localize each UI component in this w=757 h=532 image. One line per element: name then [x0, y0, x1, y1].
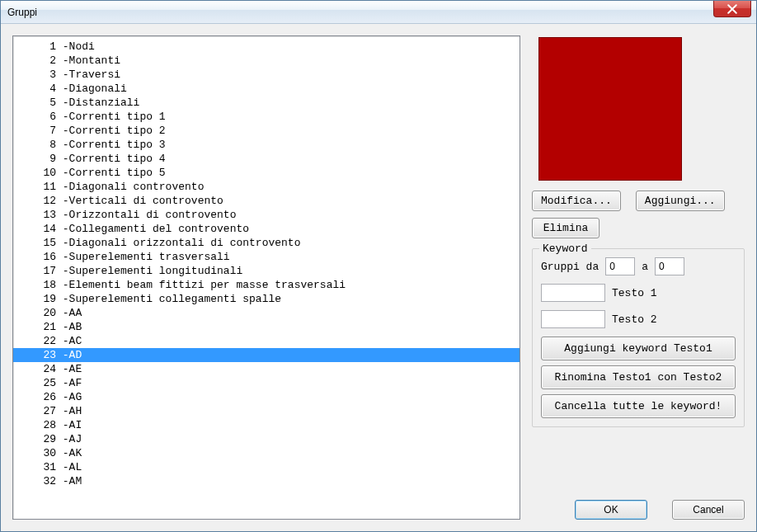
groups-list[interactable]: 1 -Nodi 2 -Montanti 3 -Traversi 4 -Diago…	[12, 35, 520, 520]
list-item-number: 23	[16, 348, 56, 362]
list-item-label: -AA	[56, 306, 82, 320]
list-item[interactable]: 4 -Diagonali	[13, 82, 520, 96]
groups-to-label: a	[642, 261, 648, 273]
list-item-number: 11	[16, 180, 56, 194]
list-item-number: 19	[16, 292, 56, 306]
list-item-label: -AB	[56, 320, 82, 334]
list-item[interactable]: 2 -Montanti	[13, 54, 520, 68]
list-item-label: -AI	[56, 418, 82, 432]
list-item[interactable]: 17 -Superelementi longitudinali	[13, 264, 520, 278]
list-item-label: -AM	[56, 474, 82, 488]
delete-button[interactable]: Elimina	[532, 218, 599, 238]
list-item[interactable]: 10 -Correnti tipo 5	[13, 166, 520, 180]
close-button[interactable]	[713, 1, 751, 17]
list-item-label: -AG	[56, 390, 82, 404]
list-item[interactable]: 30 -AK	[13, 446, 520, 460]
text1-input[interactable]	[541, 284, 605, 302]
list-item-number: 10	[16, 166, 56, 180]
list-item-number: 3	[16, 68, 56, 82]
groups-from-input[interactable]	[605, 257, 635, 275]
list-item[interactable]: 3 -Traversi	[13, 68, 520, 82]
add-keyword-button[interactable]: Aggiungi keyword Testo1	[541, 337, 736, 360]
list-item-label: -Diagonali	[56, 82, 127, 96]
list-item-label: -Correnti tipo 3	[56, 138, 166, 152]
right-panel: Modifica... Aggiungi... Elimina Keyword …	[532, 35, 745, 520]
list-item[interactable]: 1 -Nodi	[13, 40, 520, 54]
list-item[interactable]: 29 -AJ	[13, 432, 520, 446]
add-button[interactable]: Aggiungi...	[636, 191, 725, 211]
list-item-label: -Correnti tipo 5	[56, 166, 166, 180]
dialog-gruppi: Gruppi 1 -Nodi 2 -Montanti 3 -Traversi 4…	[0, 0, 757, 532]
list-item[interactable]: 14 -Collegamenti del controvento	[13, 222, 520, 236]
text2-label: Testo 2	[612, 313, 657, 326]
list-item-number: 7	[16, 124, 56, 138]
list-item-label: -AK	[56, 446, 82, 460]
list-item-number: 2	[16, 54, 56, 68]
list-item[interactable]: 26 -AG	[13, 390, 520, 404]
list-item-number: 31	[16, 460, 56, 474]
list-item-number: 6	[16, 110, 56, 124]
list-item-label: -Superelementi collegamenti spalle	[56, 292, 281, 306]
list-item-number: 27	[16, 404, 56, 418]
list-item-number: 20	[16, 306, 56, 320]
list-item-number: 28	[16, 418, 56, 432]
list-item-number: 30	[16, 446, 56, 460]
list-item-label: -Collegamenti del controvento	[56, 222, 249, 236]
list-item[interactable]: 16 -Superelementi trasversali	[13, 250, 520, 264]
list-item[interactable]: 12 -Verticali di controvento	[13, 194, 520, 208]
list-item-number: 12	[16, 194, 56, 208]
list-item-label: -Nodi	[56, 40, 95, 54]
list-item[interactable]: 24 -AE	[13, 362, 520, 376]
titlebar: Gruppi	[1, 1, 756, 24]
text2-input[interactable]	[541, 310, 605, 328]
list-item-label: -Superelementi trasversali	[56, 250, 230, 264]
list-item[interactable]: 9 -Correnti tipo 4	[13, 152, 520, 166]
list-item[interactable]: 13 -Orizzontali di controvento	[13, 208, 520, 222]
list-item-number: 17	[16, 264, 56, 278]
list-item-label: -AF	[56, 376, 82, 390]
list-item-label: -Diagonali orizzontali di controvento	[56, 236, 300, 250]
list-item[interactable]: 27 -AH	[13, 404, 520, 418]
list-item-label: -Orizzontali di controvento	[56, 208, 236, 222]
list-item-label: -Verticali di controvento	[56, 194, 223, 208]
list-item-number: 8	[16, 138, 56, 152]
ok-button[interactable]: OK	[575, 500, 647, 520]
list-item[interactable]: 8 -Correnti tipo 3	[13, 138, 520, 152]
modify-add-row: Modifica... Aggiungi...	[532, 191, 745, 211]
list-item-number: 26	[16, 390, 56, 404]
list-item-number: 15	[16, 236, 56, 250]
list-item-number: 21	[16, 320, 56, 334]
list-item-label: -Correnti tipo 4	[56, 152, 166, 166]
list-item[interactable]: 22 -AC	[13, 334, 520, 348]
list-item-number: 29	[16, 432, 56, 446]
list-item[interactable]: 20 -AA	[13, 306, 520, 320]
list-item[interactable]: 31 -AL	[13, 460, 520, 474]
list-item[interactable]: 5 -Distanziali	[13, 96, 520, 110]
groups-to-input[interactable]	[655, 257, 684, 275]
groups-range-row: Gruppi da a	[541, 257, 736, 275]
list-item[interactable]: 28 -AI	[13, 418, 520, 432]
text1-label: Testo 1	[612, 287, 657, 299]
list-item-number: 25	[16, 376, 56, 390]
list-item-number: 16	[16, 250, 56, 264]
list-item[interactable]: 7 -Correnti tipo 2	[13, 124, 520, 138]
list-item[interactable]: 6 -Correnti tipo 1	[13, 110, 520, 124]
list-item-number: 5	[16, 96, 56, 110]
list-item[interactable]: 25 -AF	[13, 376, 520, 390]
groups-from-label: Gruppi da	[541, 261, 599, 273]
list-item[interactable]: 32 -AM	[13, 474, 520, 488]
text2-row: Testo 2	[541, 310, 736, 328]
rename-keyword-button[interactable]: Rinomina Testo1 con Testo2	[541, 365, 736, 389]
delete-all-keywords-button[interactable]: Cancella tutte le keyword!	[541, 394, 736, 418]
list-item[interactable]: 18 -Elementi beam fittizi per masse tras…	[13, 278, 520, 292]
list-item[interactable]: 11 -Diagonali controvento	[13, 180, 520, 194]
list-item-label: -AH	[56, 404, 82, 418]
list-item-number: 4	[16, 82, 56, 96]
list-item[interactable]: 21 -AB	[13, 320, 520, 334]
list-item-number: 14	[16, 222, 56, 236]
modify-button[interactable]: Modifica...	[532, 191, 621, 211]
list-item[interactable]: 23 -AD	[13, 348, 520, 362]
cancel-button[interactable]: Cancel	[672, 500, 745, 520]
list-item[interactable]: 19 -Superelementi collegamenti spalle	[13, 292, 520, 306]
list-item[interactable]: 15 -Diagonali orizzontali di controvento	[13, 236, 520, 250]
